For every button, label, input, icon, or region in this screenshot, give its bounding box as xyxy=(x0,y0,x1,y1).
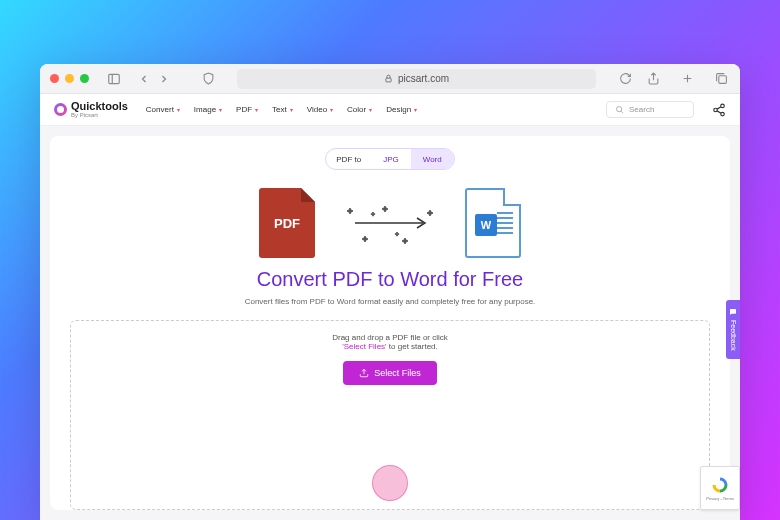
svg-point-10 xyxy=(714,108,718,112)
social-share-icon[interactable] xyxy=(712,103,726,117)
browser-titlebar: picsart.com xyxy=(40,64,740,94)
arrow-sparkles-icon xyxy=(335,198,445,248)
svg-rect-6 xyxy=(718,76,726,84)
site-header: Quicktools By Picsart Convert▾ Image▾ PD… xyxy=(40,94,740,126)
nav-video[interactable]: Video▾ xyxy=(307,105,333,114)
select-files-button[interactable]: Select Files xyxy=(343,361,437,385)
dropzone-hint-2: 'Select Files' to get started. xyxy=(342,342,438,351)
search-placeholder: Search xyxy=(629,105,654,114)
window-controls xyxy=(50,74,89,83)
svg-rect-2 xyxy=(386,78,391,82)
svg-line-12 xyxy=(717,106,721,108)
segment-option-jpg[interactable]: JPG xyxy=(371,149,411,169)
word-file-icon: W xyxy=(465,188,521,258)
logo-text: Quicktools xyxy=(71,101,128,112)
nav-design[interactable]: Design▾ xyxy=(386,105,417,114)
logo-byline: By Picsart xyxy=(71,112,128,118)
svg-point-7 xyxy=(617,107,622,112)
svg-point-9 xyxy=(721,104,725,108)
address-bar[interactable]: picsart.com xyxy=(237,69,596,89)
content-area: PDF to JPG Word PDF xyxy=(40,126,740,520)
file-dropzone[interactable]: Drag and drop a PDF file or click 'Selec… xyxy=(70,320,710,510)
close-window-button[interactable] xyxy=(50,74,59,83)
search-input[interactable]: Search xyxy=(606,101,694,118)
chat-icon xyxy=(729,308,737,316)
chevron-down-icon: ▾ xyxy=(414,106,417,113)
conversion-illustration: PDF xyxy=(259,188,521,258)
svg-point-11 xyxy=(721,112,725,116)
segment-option-word[interactable]: Word xyxy=(411,149,454,169)
upload-icon xyxy=(359,368,369,378)
format-segment: PDF to JPG Word xyxy=(325,148,454,170)
minimize-window-button[interactable] xyxy=(65,74,74,83)
feedback-tab[interactable]: Feedback xyxy=(726,300,740,359)
browser-window: picsart.com Quicktools By Picsart Conver… xyxy=(40,64,740,520)
page-title: Convert PDF to Word for Free xyxy=(257,268,523,291)
forward-button[interactable] xyxy=(155,70,173,88)
recaptcha-badge[interactable]: Privacy - Terms xyxy=(700,466,740,510)
nav-image[interactable]: Image▾ xyxy=(194,105,222,114)
recaptcha-text: Privacy - Terms xyxy=(706,496,733,501)
page-subtitle: Convert files from PDF to Word format ea… xyxy=(245,297,536,306)
recaptcha-icon xyxy=(711,476,729,494)
chevron-down-icon: ▾ xyxy=(177,106,180,113)
nav-convert[interactable]: Convert▾ xyxy=(146,105,180,114)
svg-line-13 xyxy=(717,110,721,112)
chevron-down-icon: ▾ xyxy=(369,106,372,113)
new-tab-button[interactable] xyxy=(678,70,696,88)
svg-rect-0 xyxy=(109,74,120,83)
main-nav: Convert▾ Image▾ PDF▾ Text▾ Video▾ Color▾… xyxy=(146,105,417,114)
nav-text[interactable]: Text▾ xyxy=(272,105,293,114)
reload-button[interactable] xyxy=(616,70,634,88)
address-bar-text: picsart.com xyxy=(398,73,449,84)
cursor-highlight-icon xyxy=(372,465,408,501)
dropzone-hint-1: Drag and drop a PDF file or click xyxy=(332,333,448,342)
maximize-window-button[interactable] xyxy=(80,74,89,83)
nav-pdf[interactable]: PDF▾ xyxy=(236,105,258,114)
tabs-button[interactable] xyxy=(712,70,730,88)
pdf-file-icon: PDF xyxy=(259,188,315,258)
logo-mark-icon xyxy=(54,103,67,116)
main-card: PDF to JPG Word PDF xyxy=(50,136,730,510)
chevron-down-icon: ▾ xyxy=(219,106,222,113)
share-button[interactable] xyxy=(644,70,662,88)
svg-line-8 xyxy=(621,111,623,113)
logo[interactable]: Quicktools By Picsart xyxy=(54,101,128,118)
back-button[interactable] xyxy=(135,70,153,88)
sidebar-toggle-icon[interactable] xyxy=(105,70,123,88)
chevron-down-icon: ▾ xyxy=(290,106,293,113)
segment-label: PDF to xyxy=(326,155,371,164)
chevron-down-icon: ▾ xyxy=(255,106,258,113)
chevron-down-icon: ▾ xyxy=(330,106,333,113)
nav-color[interactable]: Color▾ xyxy=(347,105,372,114)
search-icon xyxy=(615,105,624,114)
shield-icon[interactable] xyxy=(199,70,217,88)
